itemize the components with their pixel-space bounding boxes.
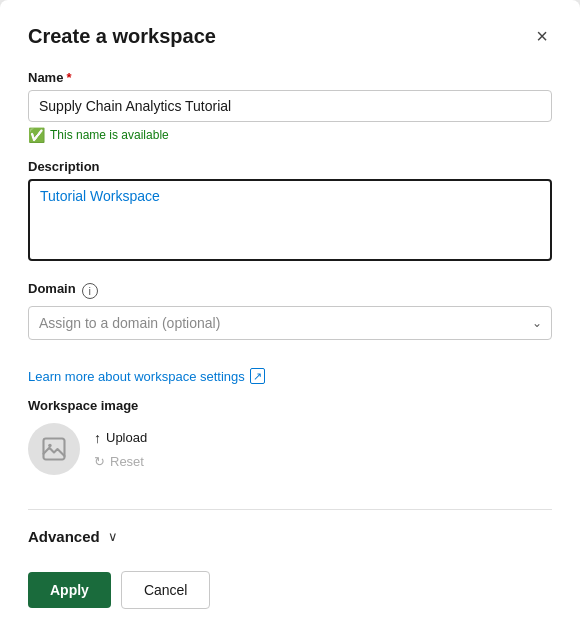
- dialog-header: Create a workspace ×: [28, 24, 552, 48]
- description-input[interactable]: Tutorial Workspace: [28, 179, 552, 261]
- domain-select-wrapper: Assign to a domain (optional) ⌄: [28, 306, 552, 340]
- workspace-image-label: Workspace image: [28, 398, 552, 413]
- dialog-footer: Apply Cancel: [28, 561, 552, 609]
- description-field-section: Description Tutorial Workspace: [28, 159, 552, 265]
- create-workspace-dialog: Create a workspace × Name * ✅ This name …: [0, 0, 580, 618]
- dialog-title: Create a workspace: [28, 25, 216, 48]
- name-label: Name *: [28, 70, 552, 85]
- domain-field-section: Domain i Assign to a domain (optional) ⌄: [28, 281, 552, 340]
- domain-label: Domain: [28, 281, 76, 296]
- external-link-icon: ↗: [250, 368, 265, 384]
- svg-point-1: [48, 444, 52, 448]
- domain-info-icon[interactable]: i: [82, 283, 98, 299]
- upload-icon: ↑: [94, 430, 101, 446]
- availability-message: ✅ This name is available: [28, 127, 552, 143]
- advanced-section-toggle[interactable]: Advanced ∨: [28, 528, 552, 545]
- domain-label-row: Domain i: [28, 281, 552, 301]
- reset-button[interactable]: ↻ Reset: [94, 452, 147, 471]
- domain-select[interactable]: Assign to a domain (optional): [28, 306, 552, 340]
- image-row: ↑ Upload ↻ Reset: [28, 423, 552, 475]
- image-placeholder-icon: [40, 435, 68, 463]
- description-label: Description: [28, 159, 552, 174]
- section-divider: [28, 509, 552, 510]
- availability-icon: ✅: [28, 127, 45, 143]
- svg-rect-0: [44, 439, 65, 460]
- reset-icon: ↻: [94, 454, 105, 469]
- name-input[interactable]: [28, 90, 552, 122]
- required-indicator: *: [66, 70, 71, 85]
- learn-more-link[interactable]: Learn more about workspace settings ↗: [28, 368, 552, 384]
- close-button[interactable]: ×: [532, 24, 552, 48]
- advanced-label: Advanced: [28, 528, 100, 545]
- image-actions: ↑ Upload ↻ Reset: [94, 428, 147, 471]
- advanced-chevron-icon: ∨: [108, 529, 118, 544]
- workspace-image-section: Workspace image ↑ Upload ↻ Reset: [28, 398, 552, 475]
- name-field-section: Name * ✅ This name is available: [28, 70, 552, 143]
- workspace-image-placeholder: [28, 423, 80, 475]
- apply-button[interactable]: Apply: [28, 572, 111, 608]
- cancel-button[interactable]: Cancel: [121, 571, 211, 609]
- upload-button[interactable]: ↑ Upload: [94, 428, 147, 448]
